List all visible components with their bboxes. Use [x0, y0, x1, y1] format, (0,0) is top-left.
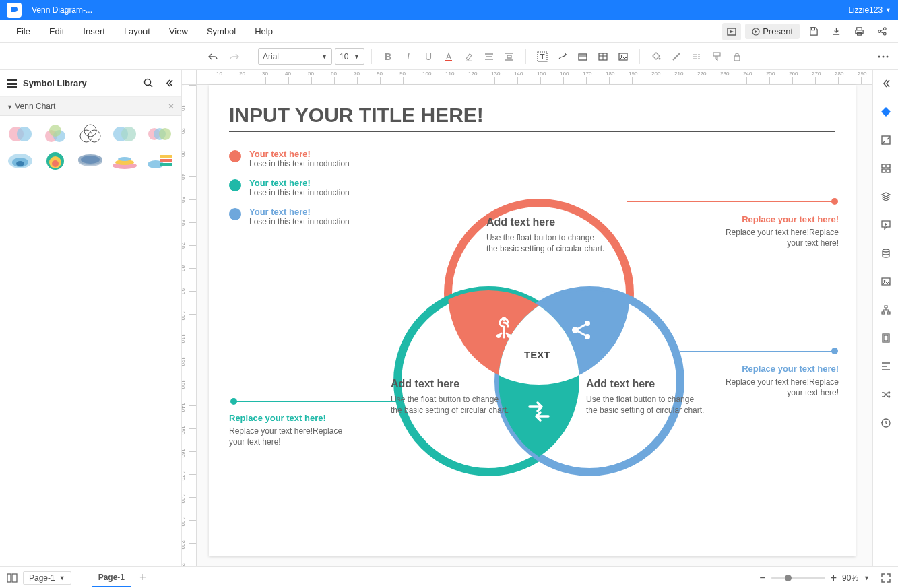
data-icon[interactable] — [876, 244, 895, 263]
save-icon[interactable] — [804, 23, 823, 40]
app-logo-icon[interactable] — [7, 3, 22, 18]
zoom-in-button[interactable]: + — [831, 572, 837, 584]
align-icon[interactable] — [876, 357, 895, 376]
share-icon[interactable] — [872, 23, 891, 40]
status-bar: Page-1▼ Page-1 + − + 90%▼ — [0, 566, 898, 588]
text-tool-button[interactable]: T — [533, 47, 552, 66]
format-painter-button[interactable] — [707, 47, 726, 66]
layers-icon[interactable] — [876, 187, 895, 206]
slideshow-icon[interactable] — [722, 23, 741, 40]
circle-top-text[interactable]: Add text here Use the float button to ch… — [486, 216, 608, 254]
clipboard-icon[interactable] — [876, 329, 895, 348]
menu-symbol[interactable]: Symbol — [197, 22, 245, 40]
print-icon[interactable] — [849, 23, 868, 40]
canvas[interactable]: 0102030405060708090100110120130140150160… — [182, 70, 872, 566]
svg-point-31 — [49, 125, 61, 137]
library-icon — [7, 79, 18, 88]
venn-shape[interactable] — [5, 151, 35, 171]
line-style-button[interactable] — [687, 47, 706, 66]
zoom-out-button[interactable]: − — [759, 572, 765, 584]
ruler-corner — [182, 70, 197, 85]
history-icon[interactable] — [876, 414, 895, 432]
line-button[interactable] — [667, 47, 686, 66]
menu-edit[interactable]: Edit — [40, 22, 73, 40]
close-icon[interactable]: ✕ — [168, 102, 174, 111]
venn-center-label[interactable]: TEXT — [524, 349, 550, 360]
font-size-select[interactable]: 10▼ — [335, 48, 364, 65]
callout-top-right[interactable]: Replace your text here! Replace your tex… — [724, 214, 839, 249]
bold-button[interactable]: B — [379, 47, 397, 66]
callout-mid-right[interactable]: Replace your text here! Replace your tex… — [724, 364, 839, 398]
venn-shape[interactable] — [5, 124, 35, 144]
add-page-button[interactable]: + — [139, 570, 147, 585]
venn-shape[interactable] — [145, 124, 174, 144]
venn-shape[interactable] — [40, 124, 70, 144]
menu-layout[interactable]: Layout — [115, 22, 160, 40]
legend-item[interactable]: Your text here!Lose in this text introdu… — [229, 207, 350, 226]
shape-grid — [0, 116, 181, 179]
redo-button[interactable] — [225, 47, 244, 66]
expand-rail-icon[interactable] — [876, 74, 895, 93]
theme-panel-icon[interactable] — [876, 131, 895, 150]
menu-help[interactable]: Help — [245, 22, 282, 40]
venn-shape[interactable] — [40, 151, 70, 171]
callout-line — [627, 201, 834, 202]
italic-button[interactable]: I — [399, 47, 418, 66]
venn-diagram[interactable]: Add text here Use the float button to ch… — [371, 179, 707, 509]
components-icon[interactable] — [876, 159, 895, 178]
section-header[interactable]: ▼ Venn Chart ✕ — [0, 97, 181, 116]
fullscreen-icon[interactable] — [880, 573, 891, 583]
zoom-slider[interactable] — [771, 577, 825, 579]
svg-rect-55 — [160, 163, 172, 166]
venn-shape[interactable] — [75, 151, 105, 171]
container-button[interactable] — [573, 47, 592, 66]
menu-file[interactable]: File — [7, 22, 40, 40]
circle-left-text[interactable]: Add text here Use the float button to ch… — [391, 378, 512, 416]
user-menu[interactable]: Lizzie123▼ — [848, 5, 891, 15]
page[interactable]: INPUT YOUR TITLE HERE! Your text here!Lo… — [209, 85, 856, 556]
legend-item[interactable]: Your text here!Lose in this text introdu… — [229, 178, 350, 197]
callout-bottom-left[interactable]: Replace your text here! Replace your tex… — [229, 413, 344, 447]
svg-point-66 — [502, 317, 506, 321]
search-icon[interactable] — [143, 78, 154, 88]
present-button[interactable]: Present — [745, 24, 800, 39]
zoom-level[interactable]: 90% — [842, 573, 858, 583]
venn-shape[interactable] — [145, 151, 174, 171]
circle-right-text[interactable]: Add text here Use the float button to ch… — [586, 378, 707, 416]
font-color-button[interactable] — [439, 47, 458, 66]
document-title[interactable]: Venn Diagram-... — [32, 5, 848, 15]
menu-insert[interactable]: Insert — [73, 22, 115, 40]
lock-button[interactable] — [728, 47, 746, 66]
table-button[interactable] — [594, 47, 612, 66]
align-button[interactable] — [480, 47, 499, 66]
underline-button[interactable]: U — [419, 47, 438, 66]
venn-shape[interactable] — [75, 124, 105, 144]
page-title[interactable]: INPUT YOUR TITLE HERE! — [229, 104, 835, 132]
hierarchy-icon[interactable] — [876, 300, 895, 319]
shape-panel-icon[interactable] — [876, 102, 895, 121]
undo-button[interactable] — [203, 47, 222, 66]
comments-icon[interactable] — [876, 216, 895, 234]
shuffle-icon[interactable] — [876, 385, 895, 404]
svg-rect-2 — [811, 28, 814, 30]
font-family-select[interactable]: Arial▼ — [258, 48, 332, 65]
download-icon[interactable] — [827, 23, 845, 40]
collapse-icon[interactable] — [164, 78, 174, 88]
page-tab[interactable]: Page-1 — [92, 568, 131, 587]
more-button[interactable] — [874, 47, 893, 66]
picture-icon[interactable] — [876, 272, 895, 291]
svg-point-8 — [883, 32, 886, 35]
fill-button[interactable] — [647, 47, 666, 66]
legend-item[interactable]: Your text here!Lose in this text introdu… — [229, 149, 350, 168]
venn-shape[interactable] — [110, 124, 139, 144]
svg-rect-87 — [7, 574, 11, 582]
image-button[interactable] — [614, 47, 633, 66]
connector-button[interactable] — [553, 47, 572, 66]
svg-point-45 — [52, 160, 59, 167]
text-highlight-button[interactable] — [459, 47, 478, 66]
venn-shape[interactable] — [110, 151, 139, 171]
menu-view[interactable]: View — [160, 22, 197, 40]
page-selector[interactable]: Page-1▼ — [23, 571, 71, 585]
pages-icon[interactable] — [7, 573, 18, 583]
valign-button[interactable] — [500, 47, 519, 66]
